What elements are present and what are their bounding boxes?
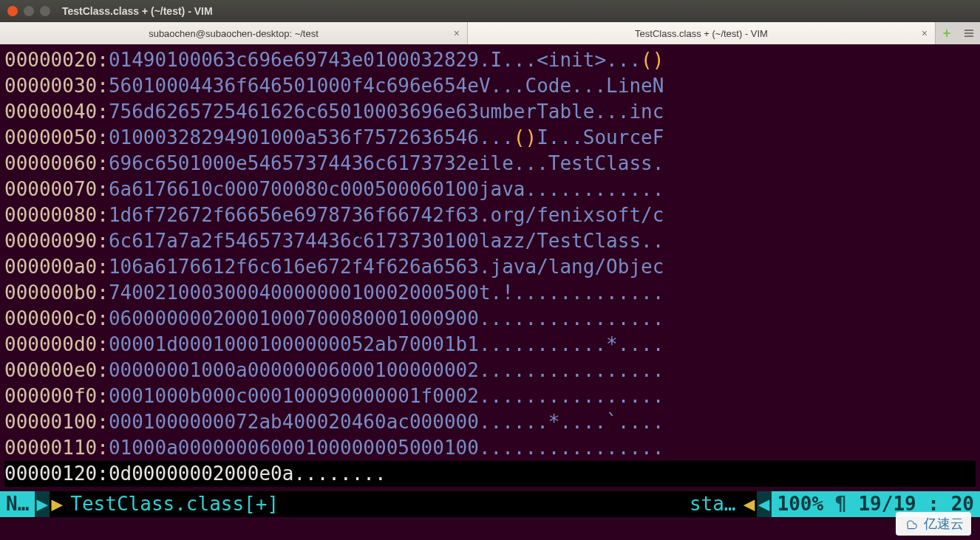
new-tab-button[interactable]: + (936, 22, 958, 44)
hex-row: 000000d0: 0000 1d00 0100 0100 0000 052a … (4, 332, 976, 358)
minimize-icon[interactable] (24, 6, 34, 16)
hex-row: 000000e0: 0000 0001 000a 0000 0006 0001 … (4, 358, 976, 383)
close-icon[interactable]: × (454, 27, 460, 39)
separator-icon: ◀ (742, 491, 757, 517)
close-icon[interactable]: × (922, 27, 928, 39)
hex-row: 000000a0: 106a 6176 612f 6c61 6e67 2f4f … (4, 254, 976, 280)
tab-bar: subaochen@subaochen-desktop: ~/test × Te… (0, 22, 980, 44)
tab-menu-button[interactable] (958, 22, 980, 44)
hex-row: 00000090: 6c61 7a7a 2f54 6573 7443 6c61 … (4, 228, 976, 254)
tab-label: TestClass.class + (~/test) - VIM (635, 28, 768, 39)
separator-icon: ▶ (50, 491, 64, 517)
tab-terminal[interactable]: subaochen@subaochen-desktop: ~/test × (0, 22, 468, 44)
hex-row: 00000060: 696c 6501 000e 5465 7374 436c … (4, 151, 976, 177)
maximize-icon[interactable] (40, 6, 50, 16)
status-bar: N… ▶ ▶ TestClass.class[+] sta… ◀ ◀ 100% … (0, 491, 980, 517)
hex-row: 00000120: 0d00 0000 0200 0e0a ........ (4, 461, 976, 487)
hex-row: 00000020: 0149 0100 063c 696e 6974 3e01 … (4, 47, 976, 73)
hex-row: 00000030: 5601 0004 436f 6465 0100 0f4c … (4, 73, 976, 99)
window-buttons (0, 6, 58, 16)
window-title: TestClass.class + (~/test) - VIM (62, 5, 213, 17)
hex-row: 00000070: 6a61 7661 0c00 0700 080c 0005 … (4, 177, 976, 202)
svg-rect-0 (964, 30, 973, 31)
hex-row: 00000110: 0100 0a00 0000 0600 0100 0000 … (4, 435, 976, 461)
hex-row: 000000b0: 7400 2100 0300 0400 0000 0100 … (4, 280, 976, 306)
watermark: 亿速云 (896, 512, 971, 536)
svg-rect-1 (964, 33, 973, 34)
hex-row: 000000f0: 0001 000b 000c 0001 0009 0000 … (4, 383, 976, 409)
mode-segment: N… (0, 491, 35, 517)
window-titlebar: TestClass.class + (~/test) - VIM (0, 0, 980, 22)
hex-row: 00000080: 1d6f 7267 2f66 656e 6978 736f … (4, 202, 976, 228)
close-icon[interactable] (7, 6, 18, 16)
hex-row: 000000c0: 0600 0000 0200 0100 0700 0800 … (4, 306, 976, 332)
right-hint: sta… (684, 491, 742, 517)
tab-label: subaochen@subaochen-desktop: ~/test (149, 28, 319, 39)
hex-row: 00000100: 0001 0000 0007 2ab4 0002 0460 … (4, 409, 976, 435)
hex-row: 00000050: 0100 0328 2949 0100 0a53 6f75 … (4, 125, 976, 151)
hex-row: 00000040: 756d 6265 7254 6162 6c65 0100 … (4, 99, 976, 125)
separator-icon: ◀ (757, 491, 772, 517)
separator-icon: ▶ (35, 491, 50, 517)
editor-area[interactable]: 00000020: 0149 0100 063c 696e 6974 3e01 … (0, 44, 980, 487)
file-segment: TestClass.class[+] (64, 491, 684, 517)
tab-vim[interactable]: TestClass.class + (~/test) - VIM × (468, 22, 936, 44)
svg-rect-2 (964, 35, 973, 37)
percent-segment: 100% ¶ (772, 491, 853, 517)
